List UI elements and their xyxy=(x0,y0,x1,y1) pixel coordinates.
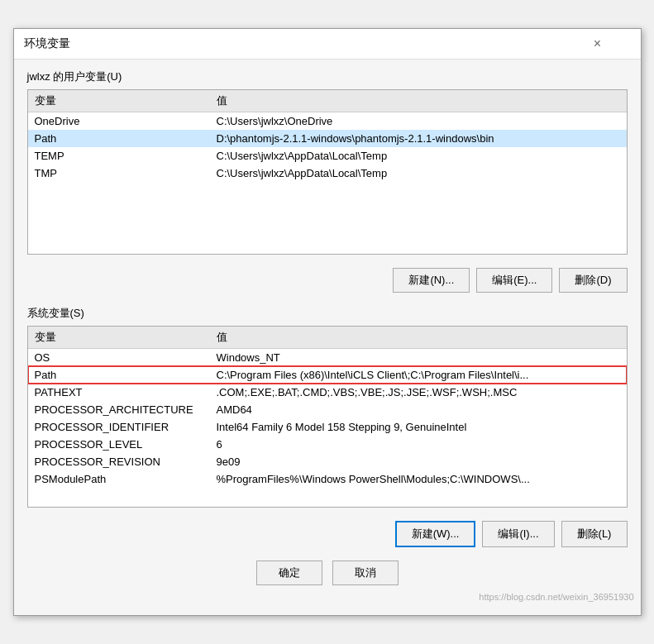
sys-table-row[interactable]: OS Windows_NT xyxy=(28,349,627,367)
environment-variables-dialog: 环境变量 × jwlxz 的用户变量(U) 变量 值 OneDrive C:\U… xyxy=(13,28,642,616)
sys-val-cell: 9e09 xyxy=(210,453,627,470)
sys-section-title: 系统变量(S) xyxy=(27,306,628,321)
ok-button[interactable]: 确定 xyxy=(256,561,322,585)
user-variables-table-container[interactable]: 变量 值 OneDrive C:\Users\jwlxz\OneDrive Pa… xyxy=(27,89,628,255)
sys-table-row[interactable]: PROCESSOR_ARCHITECTURE AMD64 xyxy=(28,401,627,418)
sys-edit-button[interactable]: 编辑(I)... xyxy=(482,521,554,547)
sys-val-cell: Windows_NT xyxy=(210,349,627,367)
sys-var-cell: Path xyxy=(28,366,210,384)
sys-table-header-row: 变量 值 xyxy=(28,327,627,349)
user-buttons-row: 新建(N)... 编辑(E)... 删除(D) xyxy=(14,261,641,296)
user-table-row[interactable]: Path D:\phantomjs-2.1.1-windows\phantomj… xyxy=(28,130,627,147)
user-variables-section: jwlxz 的用户变量(U) 变量 值 OneDrive C:\Users\jw… xyxy=(14,60,641,261)
user-variables-table: 变量 值 OneDrive C:\Users\jwlxz\OneDrive Pa… xyxy=(28,90,627,182)
cancel-button[interactable]: 取消 xyxy=(332,561,399,585)
user-table-row[interactable]: TMP C:\Users\jwlxz\AppData\Local\Temp xyxy=(28,165,627,182)
user-var-cell: OneDrive xyxy=(28,112,210,131)
sys-new-button[interactable]: 新建(W)... xyxy=(395,521,476,547)
sys-val-cell: %ProgramFiles%\Windows PowerShell\Module… xyxy=(210,470,627,488)
close-button[interactable]: × xyxy=(565,36,631,52)
watermark: https://blog.csdn.net/weixin_36951930 xyxy=(14,589,641,602)
user-table-row[interactable]: OneDrive C:\Users\jwlxz\OneDrive xyxy=(28,112,627,131)
sys-var-cell: PROCESSOR_ARCHITECTURE xyxy=(28,401,210,418)
sys-col-val-header: 值 xyxy=(210,327,627,349)
sys-table-row[interactable]: PROCESSOR_LEVEL 6 xyxy=(28,436,627,453)
sys-var-cell: PSModulePath xyxy=(28,470,210,488)
sys-val-cell: 6 xyxy=(210,436,627,453)
user-delete-button[interactable]: 删除(D) xyxy=(559,268,627,293)
sys-val-cell: AMD64 xyxy=(210,401,627,418)
user-var-cell: Path xyxy=(28,130,210,147)
sys-table-body: OS Windows_NT Path C:\Program Files (x86… xyxy=(28,349,627,489)
sys-table-row[interactable]: PROCESSOR_REVISION 9e09 xyxy=(28,453,627,470)
sys-variables-table-container[interactable]: 变量 值 OS Windows_NT Path C:\Program Files… xyxy=(27,326,628,508)
sys-table-row[interactable]: PSModulePath %ProgramFiles%\Windows Powe… xyxy=(28,470,627,488)
user-val-cell: C:\Users\jwlxz\AppData\Local\Temp xyxy=(210,165,627,182)
sys-variables-section: 系统变量(S) 变量 值 OS Windows_NT Path C:\Progr… xyxy=(14,296,641,514)
sys-var-cell: PROCESSOR_REVISION xyxy=(28,453,210,470)
sys-val-cell: C:\Program Files (x86)\Intel\iCLS Client… xyxy=(210,366,627,384)
sys-table-row[interactable]: Path C:\Program Files (x86)\Intel\iCLS C… xyxy=(28,366,627,384)
sys-table-row[interactable]: PROCESSOR_IDENTIFIER Intel64 Family 6 Mo… xyxy=(28,418,627,436)
user-section-title: jwlxz 的用户变量(U) xyxy=(27,69,628,84)
user-col-var-header: 变量 xyxy=(28,90,210,112)
sys-val-cell: Intel64 Family 6 Model 158 Stepping 9, G… xyxy=(210,418,627,436)
user-table-body: OneDrive C:\Users\jwlxz\OneDrive Path D:… xyxy=(28,112,627,183)
title-bar: 环境变量 × xyxy=(14,29,641,60)
user-table-row[interactable]: TEMP C:\Users\jwlxz\AppData\Local\Temp xyxy=(28,147,627,165)
user-var-cell: TEMP xyxy=(28,147,210,165)
user-val-cell: C:\Users\jwlxz\OneDrive xyxy=(210,112,627,131)
sys-var-cell: PROCESSOR_LEVEL xyxy=(28,436,210,453)
sys-var-cell: OS xyxy=(28,349,210,367)
sys-buttons-row: 新建(W)... 编辑(I)... 删除(L) xyxy=(14,514,641,551)
sys-col-var-header: 变量 xyxy=(28,327,210,349)
user-table-header-row: 变量 值 xyxy=(28,90,627,112)
user-edit-button[interactable]: 编辑(E)... xyxy=(476,268,552,293)
user-new-button[interactable]: 新建(N)... xyxy=(393,268,470,293)
sys-var-cell: PATHEXT xyxy=(28,384,210,401)
sys-val-cell: .COM;.EXE;.BAT;.CMD;.VBS;.VBE;.JS;.JSE;.… xyxy=(210,384,627,401)
user-col-val-header: 值 xyxy=(210,90,627,112)
dialog-title: 环境变量 xyxy=(24,36,70,51)
sys-var-cell: PROCESSOR_IDENTIFIER xyxy=(28,418,210,436)
user-val-cell: C:\Users\jwlxz\AppData\Local\Temp xyxy=(210,147,627,165)
sys-delete-button[interactable]: 删除(L) xyxy=(561,521,628,547)
sys-table-row[interactable]: PATHEXT .COM;.EXE;.BAT;.CMD;.VBS;.VBE;.J… xyxy=(28,384,627,401)
user-var-cell: TMP xyxy=(28,165,210,182)
footer-buttons: 确定 取消 xyxy=(14,551,641,589)
user-val-cell: D:\phantomjs-2.1.1-windows\phantomjs-2.1… xyxy=(210,130,627,147)
sys-variables-table: 变量 值 OS Windows_NT Path C:\Program Files… xyxy=(28,327,627,488)
